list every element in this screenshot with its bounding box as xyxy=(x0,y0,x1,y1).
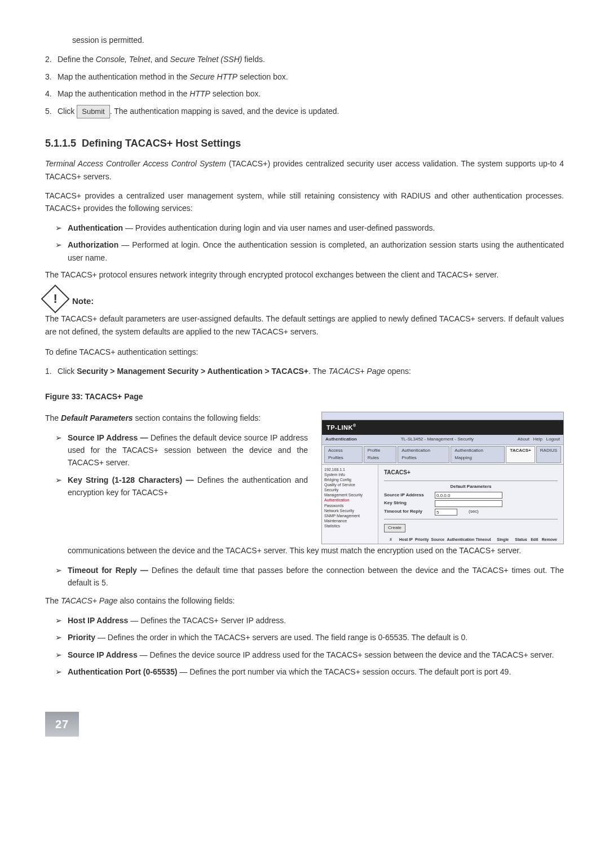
step-text-pre: Click xyxy=(58,107,77,116)
pf-ital: TACACS+ Page xyxy=(61,596,118,605)
bullet-auth: ➢ Authentication — Provides authenticati… xyxy=(55,222,564,234)
b-rest: — Defines the port number via which the … xyxy=(177,667,511,676)
triangle-marker-icon: ➢ xyxy=(55,474,68,499)
step-num: 1. xyxy=(45,365,58,377)
th: Status xyxy=(514,536,528,544)
step-4: 4. Map the authentication method in the … xyxy=(45,87,564,100)
bullet-text: Authentication — Provides authentication… xyxy=(68,222,564,234)
triangle-marker-icon: ➢ xyxy=(55,649,68,661)
ss-server-table: # Host IP Address Priority Source IP Add… xyxy=(384,536,558,544)
submit-button-graphic: Submit xyxy=(77,105,109,119)
t-mid: . The xyxy=(308,367,329,376)
step-text: Click Security > Management Security > A… xyxy=(58,365,564,377)
dp2-continuation: communications between the device and th… xyxy=(68,544,564,557)
ss-main-heading: TACACS+ xyxy=(384,468,558,477)
bullet-source-ip-2: ➢ Source IP Address — Defines the device… xyxy=(55,649,564,661)
step-2: 2. Define the Console, Telnet, and Secur… xyxy=(45,53,564,65)
step-text-post: selection box. xyxy=(210,89,261,98)
define-step-1: 1. Click Security > Management Security … xyxy=(45,365,564,377)
triangle-marker-icon: ➢ xyxy=(55,239,68,264)
step-text-post: selection box. xyxy=(237,72,288,81)
ss-create-button[interactable]: Create xyxy=(384,524,405,532)
bullet-host-ip: ➢ Host IP Address — Defines the TACACS+ … xyxy=(55,614,564,627)
page-fields-intro: The TACACS+ Page also contains the follo… xyxy=(45,594,564,607)
ss-tab-profile-rules[interactable]: Profile Rules xyxy=(364,446,397,463)
ss-tab-auth-profiles[interactable]: Authentication Profiles xyxy=(398,446,449,463)
bullet-source-ip: ➢ Source IP Address — Defines the defaul… xyxy=(55,431,308,469)
ss-input-src-ip[interactable]: 0.0.0.0 xyxy=(435,492,502,499)
step-text-ital: HTTP xyxy=(189,89,210,98)
page-number-badge: 27 xyxy=(45,712,79,737)
ss-nav-tree[interactable]: 192.168.1.1 System Info Bridging Config … xyxy=(322,465,378,544)
ss-tab-access-profiles[interactable]: Access Profiles xyxy=(324,446,363,463)
section-heading: 5.1.1.5 Defining TACACS+ Host Settings xyxy=(45,135,564,152)
ss-input-key[interactable] xyxy=(435,500,502,507)
pf-pre: The xyxy=(45,596,61,605)
ss-tab-radius[interactable]: RADIUS xyxy=(536,446,561,463)
ss-tab-tacacs[interactable]: TACACS+ xyxy=(506,446,535,463)
tree-item[interactable]: 192.168.1.1 xyxy=(324,467,376,472)
bullet-timeout: ➢ Timeout for Reply — Defines the defaul… xyxy=(55,564,564,589)
section-number: 5.1.1.5 xyxy=(45,138,76,149)
pf-post: also contains the following fields: xyxy=(118,596,235,605)
tree-item[interactable]: Network Security xyxy=(324,508,376,513)
step-text: Map the authentication method in the Sec… xyxy=(58,71,564,83)
note-block: ! Note: xyxy=(45,289,564,309)
tree-item[interactable]: SNMP Management xyxy=(324,513,376,518)
tree-item-selected[interactable]: Authentication xyxy=(324,497,376,503)
bullet-text: Priority — Defines the order in which th… xyxy=(68,631,564,644)
ss-help-link[interactable]: Help xyxy=(533,437,542,442)
define-intro: To define TACACS+ authentication setting… xyxy=(45,346,564,358)
b-rest: — Defines the TACACS+ Server IP address. xyxy=(128,616,286,625)
t-bold: Security > Management Security > Authent… xyxy=(77,367,308,376)
tree-item[interactable]: Management Security xyxy=(324,492,376,497)
step-text-ital2: Secure Telnet (SSH) xyxy=(170,55,242,64)
step-3: 3. Map the authentication method in the … xyxy=(45,71,564,83)
th: # xyxy=(384,536,398,544)
ss-lbl-key: Key String xyxy=(384,500,435,507)
th: Priority xyxy=(414,536,430,544)
ss-about-link[interactable]: About xyxy=(518,437,529,442)
bullet-bold: Authorization xyxy=(68,240,118,249)
note-label: Note: xyxy=(72,294,94,308)
b-bold: Source IP Address — xyxy=(68,433,148,442)
ss-unit-sec: (sec) xyxy=(469,508,479,515)
bullet-auth-port: ➢ Authentication Port (0-65535) — Define… xyxy=(55,666,564,678)
bullet-text: Source IP Address — Defines the default … xyxy=(68,431,308,469)
step-text-ital: Console, Telnet xyxy=(96,55,151,64)
step-text: Define the Console, Telnet, and Secure T… xyxy=(58,53,564,65)
step-num: 3. xyxy=(45,71,58,83)
ss-brand: TP-LINK® xyxy=(322,420,563,435)
th: Edit xyxy=(528,536,541,544)
section-p1: Terminal Access Controller Access Contro… xyxy=(45,157,564,183)
tree-item[interactable]: Maintenance xyxy=(324,518,376,523)
tree-item[interactable]: Statistics xyxy=(324,523,376,528)
ss-input-timeout[interactable]: 5 xyxy=(435,509,457,515)
ss-tab-auth-mapping[interactable]: Authentication Mapping xyxy=(451,446,505,463)
bullet-text: Timeout for Reply — Defines the default … xyxy=(68,564,564,589)
tree-item[interactable]: Security xyxy=(324,487,376,492)
intro-tail: session is permitted. xyxy=(72,34,564,46)
bullet-rest: — Performed at login. Once the authentic… xyxy=(68,240,564,262)
b-rest: — Defines the device source IP address u… xyxy=(138,650,554,659)
b-bold: Authentication Port (0-65535) xyxy=(68,667,177,676)
b-bold: Host IP Address xyxy=(68,616,128,625)
tree-item[interactable]: Quality of Service xyxy=(324,482,376,487)
b-bold: Source IP Address xyxy=(68,650,138,659)
ss-lbl-timeout: Timeout for Reply xyxy=(384,508,435,515)
triangle-marker-icon: ➢ xyxy=(55,614,68,627)
figure-caption: Figure 33: TACACS+ Page xyxy=(45,390,564,403)
dp-intro-bold: Default Parameters xyxy=(61,413,133,422)
b-rest: — Defines the order in which the TACACS+… xyxy=(95,633,467,642)
tree-item[interactable]: Passwords xyxy=(324,503,376,508)
ss-tabs: Access Profiles Profile Rules Authentica… xyxy=(322,445,563,465)
ss-logout-link[interactable]: Logout xyxy=(546,437,560,442)
tree-item[interactable]: System Info xyxy=(324,472,376,477)
t-pre: Click xyxy=(58,367,77,376)
b-bold: Priority xyxy=(68,633,95,642)
triangle-marker-icon: ➢ xyxy=(55,431,68,469)
tree-item[interactable]: Bridging Config xyxy=(324,477,376,482)
dp-intro-pre: The xyxy=(45,413,61,422)
bullet-bold: Authentication xyxy=(68,223,123,232)
th: Authentication Port xyxy=(446,536,475,544)
